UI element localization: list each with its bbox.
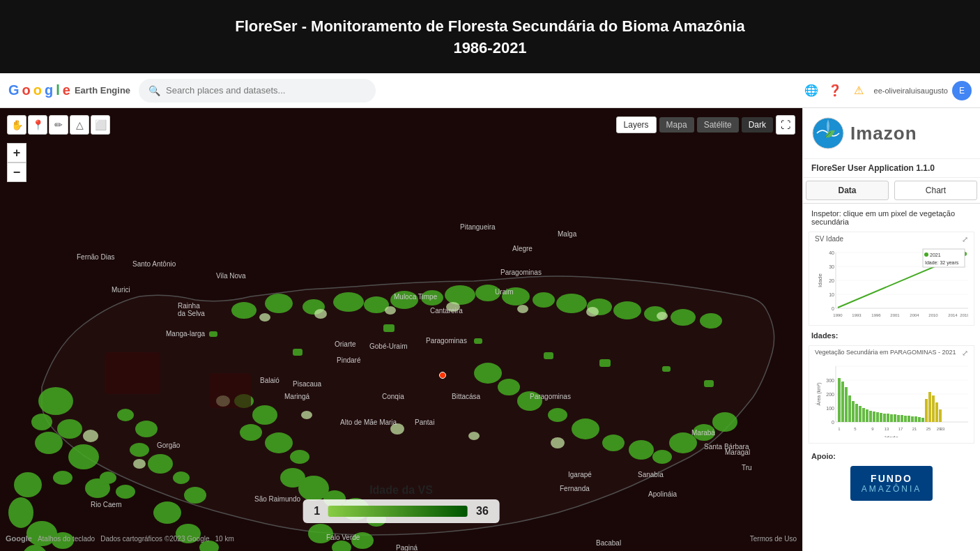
place-fernao-dias: Fernão Dias	[77, 253, 114, 261]
place-sao-raimundo: São Raimundo	[254, 495, 300, 503]
svg-rect-133	[848, 395, 851, 422]
place-rainha-selva: Rainhada Selva	[178, 302, 205, 317]
place-gobe: Gobé-Uraim	[369, 342, 407, 350]
right-panel: Imazon FloreSer User Application 1.1.0 D…	[802, 108, 980, 551]
svg-point-15	[135, 421, 158, 437]
svg-text:Idade: Idade	[817, 273, 823, 287]
svg-rect-69	[474, 338, 482, 344]
svg-text:Área (km²): Área (km²)	[816, 382, 822, 405]
place-uraim: Uraim	[495, 288, 514, 296]
histogram-title: Vegetação Secundária em PARAGOMINAS - 20…	[815, 349, 968, 358]
svg-point-57	[517, 391, 542, 411]
svg-rect-67	[293, 349, 303, 356]
svg-point-51	[613, 301, 641, 319]
svg-text:33: 33	[940, 427, 945, 431]
expand-icon[interactable]: ⤢	[962, 235, 968, 244]
search-input[interactable]	[166, 85, 366, 96]
svg-rect-142	[880, 413, 882, 422]
svg-point-58	[548, 408, 567, 422]
zoom-in-button[interactable]: +	[7, 143, 26, 163]
title-line1: FloreSer - Monitoramento de Floresta Sec…	[235, 16, 744, 38]
svg-point-45	[445, 285, 475, 305]
app-title: FloreSer User Application 1.1.0	[803, 159, 980, 178]
toolbar: Google Earth Engine 🔍 🌐 ❓ ⚠ ee-oliveiral…	[0, 73, 980, 108]
alert-icon[interactable]: ⚠	[850, 82, 867, 99]
fundo-text-2: AMAZÔNIA	[862, 484, 922, 494]
svg-point-52	[644, 306, 666, 322]
svg-point-83	[390, 423, 404, 435]
sv-chart-canvas: 0 10 20 30 40 Idade 1990 1993 1996 2001	[815, 246, 968, 322]
google-logo: Google Earth Engine	[8, 82, 130, 98]
page-header: FloreSer - Monitoramento de Floresta Sec…	[0, 0, 980, 73]
svg-point-19	[184, 487, 206, 504]
svg-text:200: 200	[826, 392, 834, 397]
user-avatar: E	[952, 81, 972, 100]
svg-rect-147	[897, 415, 900, 422]
marker-tool[interactable]: 📍	[28, 115, 47, 135]
search-icon: 🔍	[148, 85, 160, 96]
shape-tool[interactable]: △	[70, 115, 89, 135]
place-oriarte: Oriarte	[335, 340, 356, 348]
fullscreen-button[interactable]: ⛶	[776, 115, 795, 135]
globe-icon[interactable]: 🌐	[803, 82, 820, 99]
svg-text:2021: 2021	[930, 252, 941, 257]
mapa-button[interactable]: Mapa	[659, 117, 694, 133]
svg-text:300: 300	[826, 378, 834, 383]
svg-point-29	[290, 450, 309, 464]
svg-point-50	[587, 299, 612, 315]
map-area[interactable]: Fernão Dias Santo Antônio Murici Vila No…	[0, 108, 802, 551]
svg-rect-141	[876, 412, 879, 422]
svg-rect-66	[209, 331, 217, 337]
svg-point-48	[533, 292, 555, 308]
place-muloca: Muloca Timpe	[394, 293, 437, 301]
svg-point-84	[468, 432, 480, 440]
svg-point-55	[474, 363, 502, 384]
satelite-button[interactable]: Satélite	[697, 117, 739, 133]
tab-chart[interactable]: Chart	[894, 181, 977, 200]
svg-rect-159	[939, 409, 942, 422]
help-icon[interactable]: ❓	[827, 82, 843, 99]
search-bar[interactable]: 🔍	[139, 79, 376, 103]
map-controls: ✋ 📍 ✏ △ ⬜	[7, 115, 110, 135]
keyboard-shortcuts[interactable]: Atalhos do teclado	[38, 535, 95, 543]
svg-rect-140	[873, 412, 875, 422]
place-vila-nova: Vila Nova	[216, 272, 246, 280]
svg-point-44	[421, 290, 443, 305]
svg-rect-155	[925, 399, 928, 422]
rect-tool[interactable]: ⬜	[91, 115, 110, 135]
svg-point-30	[280, 468, 305, 488]
place-rio-caem: Rio Caem	[91, 501, 121, 508]
svg-point-20	[153, 501, 181, 524]
svg-rect-148	[901, 415, 903, 422]
svg-rect-73	[704, 380, 714, 387]
svg-rect-72	[662, 366, 671, 372]
svg-text:1990: 1990	[833, 313, 843, 317]
svg-rect-150	[908, 416, 910, 422]
svg-point-26	[252, 405, 277, 425]
legend-gradient	[328, 506, 468, 517]
tab-data[interactable]: Data	[806, 181, 889, 200]
place-alto-mae-maria: Alto de Mãe Maria	[340, 418, 397, 426]
main-content: Fernão Dias Santo Antônio Murici Vila No…	[0, 108, 980, 551]
svg-point-63	[669, 432, 697, 453]
layers-button[interactable]: Layers	[616, 116, 657, 133]
user-badge[interactable]: ee-oliveiraluisaugusto E	[874, 81, 972, 100]
svg-text:0: 0	[832, 306, 834, 311]
place-fernanda: Fernanda	[560, 485, 590, 492]
svg-text:2004: 2004	[910, 313, 919, 317]
legend-max: 36	[476, 505, 489, 518]
svg-point-40	[303, 299, 325, 315]
line-tool[interactable]: ✏	[49, 115, 68, 135]
svg-point-82	[301, 411, 312, 419]
svg-text:Idade: 32 years: Idade: 32 years	[925, 260, 959, 266]
terms-link[interactable]: Termos de Uso	[750, 535, 797, 543]
svg-point-76	[385, 306, 396, 315]
svg-point-74	[259, 313, 270, 322]
sv-chart-section: SV Idade ⤢ 0 10 20	[809, 232, 974, 326]
svg-text:2010: 2010	[928, 313, 938, 317]
dark-button[interactable]: Dark	[742, 117, 773, 133]
hand-tool[interactable]: ✋	[7, 115, 26, 135]
histogram-expand-icon[interactable]: ⤢	[962, 349, 968, 358]
svg-point-31	[298, 476, 329, 501]
zoom-out-button[interactable]: −	[7, 163, 26, 182]
